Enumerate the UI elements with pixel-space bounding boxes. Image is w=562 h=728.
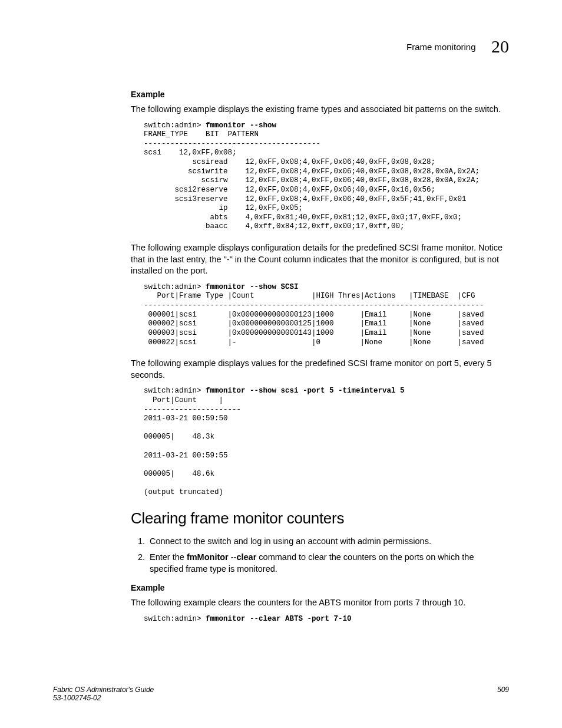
code-block-4: switch:admin> fmmonitor --clear ABTS -po… [144, 615, 509, 624]
step-2: Enter the fmMonitor --clear command to c… [147, 552, 509, 575]
code-block-2: switch:admin> fmmonitor --show SCSI Port… [144, 283, 509, 347]
header-chapter-number: 20 [491, 37, 509, 56]
page-header: Frame monitoring 20 [131, 37, 509, 57]
code-block-3: switch:admin> fmmonitor --show scsi -por… [144, 387, 509, 498]
example-label-2: Example [131, 583, 509, 592]
example-label-1: Example [131, 90, 509, 99]
steps-list: Connect to the switch and log in using a… [131, 536, 509, 575]
step-1: Connect to the switch and log in using a… [147, 536, 509, 548]
header-section-title: Frame monitoring [406, 42, 476, 52]
para-intro-1: The following example displays the exist… [131, 104, 509, 116]
page-footer: Fabric OS Administrator's Guide 53-10027… [53, 686, 509, 702]
para-clear-example: The following example clears the counter… [131, 597, 509, 609]
para-intro-3: The following example displays values fo… [131, 358, 509, 381]
para-intro-2: The following example displays configura… [131, 242, 509, 277]
code-block-1: switch:admin> fmmonitor --show FRAME_TYP… [144, 121, 509, 232]
footer-doc-number: 53-1002745-02 [53, 694, 154, 702]
footer-page-number: 509 [497, 686, 509, 694]
footer-guide-title: Fabric OS Administrator's Guide [53, 686, 154, 694]
section-heading-clearing: Clearing frame monitor counters [131, 509, 509, 528]
